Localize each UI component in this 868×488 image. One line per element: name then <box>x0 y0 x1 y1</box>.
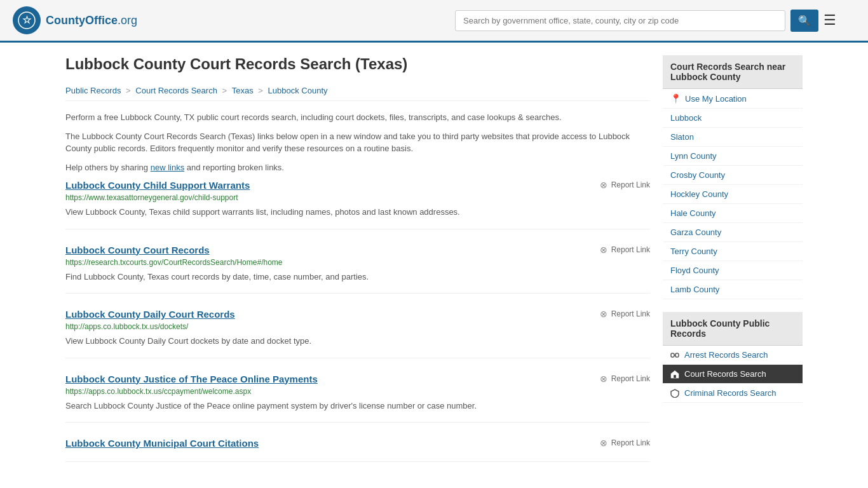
result-header: Lubbock County Child Support Warrants ⊗ … <box>65 180 650 191</box>
sidebar-item-court-records[interactable]: Court Records Search <box>663 365 803 384</box>
description-1: Perform a free Lubbock County, TX public… <box>65 111 650 124</box>
result-header: Lubbock County Justice of The Peace Onli… <box>65 374 650 384</box>
sidebar-item-criminal-records[interactable]: Criminal Records Search <box>663 384 803 403</box>
public-records-header: Lubbock County Public Records <box>663 312 803 346</box>
breadcrumb-lubbock-county[interactable]: Lubbock County <box>268 86 328 95</box>
report-icon: ⊗ <box>600 245 607 255</box>
result-item: Lubbock County Daily Court Records ⊗ Rep… <box>65 309 650 358</box>
search-button[interactable]: 🔍 <box>790 10 818 32</box>
result-url: http://apps.co.lubbock.tx.us/dockets/ <box>65 322 650 331</box>
hamburger-icon: ☰ <box>824 12 836 28</box>
description-2: The Lubbock County Court Records Search … <box>65 130 650 155</box>
report-link[interactable]: ⊗ Report Link <box>600 309 650 319</box>
sidebar-item-slaton[interactable]: Slaton <box>663 128 803 147</box>
use-my-location[interactable]: 📍 Use My Location <box>663 89 803 109</box>
result-item: Lubbock County Municipal Court Citations… <box>65 438 650 462</box>
search-input[interactable] <box>455 10 785 31</box>
result-header: Lubbock County Court Records ⊗ Report Li… <box>65 245 650 255</box>
sidebar-item-arrest-records[interactable]: Arrest Records Search <box>663 346 803 365</box>
result-desc: View Lubbock County Daily Court dockets … <box>65 335 650 348</box>
result-title[interactable]: Lubbock County Child Support Warrants <box>65 180 250 191</box>
public-records-section: Lubbock County Public Records Arrest Rec… <box>663 312 803 403</box>
sidebar-item-hale-county[interactable]: Hale County <box>663 204 803 223</box>
sidebar-item-garza-county[interactable]: Garza County <box>663 223 803 242</box>
handcuffs-icon <box>670 351 679 360</box>
sidebar-item-lubbock[interactable]: Lubbock <box>663 109 803 128</box>
breadcrumb: Public Records > Court Records Search > … <box>65 81 650 101</box>
sidebar-item-floyd-county[interactable]: Floyd County <box>663 261 803 280</box>
result-header: Lubbock County Municipal Court Citations… <box>65 438 650 449</box>
courthouse-icon <box>670 370 679 379</box>
report-icon: ⊗ <box>600 309 607 319</box>
description-3: Help others by sharing new links and rep… <box>65 161 650 174</box>
svg-marker-6 <box>671 370 679 374</box>
report-link[interactable]: ⊗ Report Link <box>600 180 650 190</box>
breadcrumb-texas[interactable]: Texas <box>232 86 254 95</box>
result-desc: View Lubbock County, Texas child support… <box>65 206 650 219</box>
sidebar: Court Records Search near Lubbock County… <box>663 55 803 477</box>
header: ☆ CountyOffice.org 🔍 ☰ <box>0 0 868 43</box>
report-link[interactable]: ⊗ Report Link <box>600 245 650 255</box>
svg-rect-9 <box>677 374 678 376</box>
report-link[interactable]: ⊗ Report Link <box>600 438 650 448</box>
report-icon: ⊗ <box>600 438 607 448</box>
sidebar-item-lamb-county[interactable]: Lamb County <box>663 280 803 299</box>
svg-text:☆: ☆ <box>22 15 32 25</box>
result-desc: Search Lubbock County Justice of the Pea… <box>65 400 650 412</box>
result-title[interactable]: Lubbock County Court Records <box>65 245 210 255</box>
page-title: Lubbock County Court Records Search (Tex… <box>65 55 650 73</box>
result-title[interactable]: Lubbock County Municipal Court Citations <box>65 438 259 449</box>
result-desc: Find Lubbock County, Texas court records… <box>65 271 650 283</box>
content-area: Lubbock County Court Records Search (Tex… <box>65 55 650 477</box>
svg-rect-8 <box>672 374 673 376</box>
result-item: Lubbock County Justice of The Peace Onli… <box>65 374 650 423</box>
nearby-section: Court Records Search near Lubbock County… <box>663 55 803 299</box>
results-list: Lubbock County Child Support Warrants ⊗ … <box>65 180 650 462</box>
breadcrumb-court-records[interactable]: Court Records Search <box>135 86 217 95</box>
svg-rect-3 <box>675 353 679 357</box>
result-item: Lubbock County Court Records ⊗ Report Li… <box>65 245 650 294</box>
sidebar-item-terry-county[interactable]: Terry County <box>663 242 803 261</box>
result-item: Lubbock County Child Support Warrants ⊗ … <box>65 180 650 229</box>
menu-button[interactable]: ☰ <box>824 12 836 29</box>
sidebar-item-crosby-county[interactable]: Crosby County <box>663 166 803 185</box>
report-icon: ⊗ <box>600 180 607 190</box>
logo-icon: ☆ <box>13 6 41 34</box>
sidebar-item-lynn-county[interactable]: Lynn County <box>663 147 803 166</box>
result-title[interactable]: Lubbock County Daily Court Records <box>65 309 235 320</box>
svg-rect-2 <box>671 353 674 357</box>
pin-icon: 📍 <box>670 93 681 104</box>
result-title[interactable]: Lubbock County Justice of The Peace Onli… <box>65 374 318 384</box>
result-url: https://www.texasattorneygeneral.gov/chi… <box>65 193 650 202</box>
sidebar-item-hockley-county[interactable]: Hockley County <box>663 185 803 204</box>
breadcrumb-public-records[interactable]: Public Records <box>65 86 121 95</box>
search-area: 🔍 ☰ <box>455 10 836 32</box>
result-header: Lubbock County Daily Court Records ⊗ Rep… <box>65 309 650 320</box>
search-icon: 🔍 <box>798 15 811 26</box>
logo-text: CountyOffice.org <box>46 14 137 27</box>
report-link[interactable]: ⊗ Report Link <box>600 374 650 384</box>
main-container: Lubbock County Court Records Search (Tex… <box>53 43 815 488</box>
nearby-header: Court Records Search near Lubbock County <box>663 55 803 89</box>
new-links-link[interactable]: new links <box>151 163 184 172</box>
logo-area: ☆ CountyOffice.org <box>13 6 137 34</box>
result-url: https://research.txcourts.gov/CourtRecor… <box>65 258 650 267</box>
report-icon: ⊗ <box>600 374 607 384</box>
result-url: https://apps.co.lubbock.tx.us/ccpayment/… <box>65 387 650 396</box>
criminal-icon <box>670 389 679 398</box>
svg-rect-7 <box>674 375 676 378</box>
